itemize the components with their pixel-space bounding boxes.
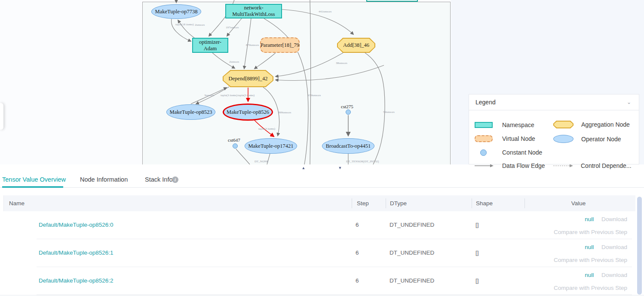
null-value-link[interactable]: null <box>585 244 594 250</box>
sidebar-collapse-handle[interactable] <box>0 103 3 130</box>
table-row: Default/MakeTuple-op8526:2 6 DT_UNDEFINE… <box>3 267 632 295</box>
edge-label: tuple(3 items) <box>258 127 275 131</box>
table-header: Name Step DType Shape Value <box>3 195 635 211</box>
node-cst647[interactable] <box>233 143 238 149</box>
cst647-label: cst647 <box>228 137 240 143</box>
column-separator <box>472 198 472 208</box>
legend-item-namespace: Namespace <box>475 122 534 128</box>
node-maketuple-op8523[interactable]: MakeTuple-op8523 <box>166 104 215 120</box>
tensor-name-link[interactable]: Default/MakeTuple-op8526:0 <box>39 222 113 228</box>
debugger-page: MakeTuple-op7738 network-MultiTaskWithLo… <box>0 0 644 298</box>
legend-label: Data Flow Edge <box>502 162 545 169</box>
node-label: Depend[8899]_42 <box>224 71 273 86</box>
edge-label: 2tensors <box>195 23 205 27</box>
control-dependency-swatch <box>553 164 573 168</box>
node-label: MakeTuple-op8523 <box>170 109 212 116</box>
arrow-down-icon: ▼ <box>338 166 342 170</box>
active-tab-underline <box>2 186 63 188</box>
edge-label: 59tensors <box>383 110 395 114</box>
download-link[interactable]: Download <box>601 244 627 250</box>
node-label: optimizer-Adam <box>193 39 227 52</box>
cst275-label: cst275 <box>341 104 353 109</box>
legend-item-operator: Operator Node <box>553 135 621 143</box>
compare-previous-step-link[interactable]: Compare with Previous Step <box>554 229 627 235</box>
edge-label: tuple(3 items) <box>221 94 237 97</box>
edge-label: tuple(18 items) <box>175 23 194 26</box>
node-add-38-46[interactable]: Add[38]_46 <box>337 38 375 53</box>
edge-label: 679tensors <box>308 94 321 97</box>
operator-node-swatch <box>553 135 573 143</box>
node-label: MakeTuple-op17421 <box>248 143 293 149</box>
node-label: MakeTuple-op8526 <box>227 109 269 116</box>
tab-node-information[interactable]: Node Information <box>80 176 128 183</box>
node-maketuple-op7738[interactable]: MakeTuple-op7738 <box>151 4 201 19</box>
node-optimizer-adam[interactable]: optimizer-Adam <box>192 38 228 53</box>
legend-item-dataflow: Data Flow Edge <box>475 162 545 169</box>
node-cst275[interactable] <box>346 109 351 115</box>
edge-label: 3tensors <box>204 94 214 97</box>
step-value: 6 <box>356 277 359 284</box>
chevron-down-icon[interactable]: ⌄ <box>627 99 631 105</box>
column-value: Value <box>524 195 632 211</box>
download-link[interactable]: Download <box>601 216 627 222</box>
shape-value: [] <box>475 277 479 284</box>
edge-label: 899tensors <box>278 111 291 114</box>
edge-label: DT_TENSOR[DT_INT32] <box>346 160 379 163</box>
edge-label: tuple(3 items) <box>238 94 255 97</box>
legend-label: Namespace <box>502 122 534 128</box>
legend-label: Constant Node <box>502 149 542 156</box>
node-maketuple-op17421[interactable]: MakeTuple-op17421 <box>245 138 297 154</box>
null-value-link[interactable]: null <box>585 272 594 278</box>
data-flow-edge-swatch <box>475 164 494 168</box>
collapse-panel-button[interactable]: ▼ <box>322 164 359 171</box>
legend-header[interactable]: Legend ⌄ <box>469 94 639 110</box>
compare-previous-step-link[interactable]: Compare with Previous Step <box>554 257 627 263</box>
null-value-link[interactable]: null <box>585 216 594 222</box>
column-separator <box>352 198 352 208</box>
info-icon[interactable]: i <box>172 176 178 183</box>
column-separator <box>386 198 386 208</box>
shape-value: [] <box>475 222 479 228</box>
legend-label: Control Depende... <box>581 162 632 169</box>
tab-stack-info[interactable]: Stack Info <box>145 176 172 183</box>
virtual-node-swatch <box>475 135 493 142</box>
edge-label: 2tensors <box>229 60 239 64</box>
step-value: 6 <box>356 222 359 228</box>
download-link[interactable]: Download <box>601 272 627 278</box>
node-label: BroadcastTo-op4451 <box>326 143 371 149</box>
node-broadcastto-op4451[interactable]: BroadcastTo-op4451 <box>322 138 374 154</box>
tab-tensor-value-overview[interactable]: Tensor Value Overview <box>2 176 66 183</box>
node-label: Add[38]_46 <box>338 39 374 52</box>
tensor-name-link[interactable]: Default/MakeTuple-op8526:1 <box>39 249 113 256</box>
node-network-multitaskwithloss[interactable]: network-MultiTaskWithLoss <box>225 4 282 18</box>
table-scrollbar-thumb[interactable] <box>637 197 642 295</box>
constant-node-swatch <box>480 149 487 156</box>
legend-label: Operator Node <box>581 136 621 143</box>
compare-previous-step-link[interactable]: Compare with Previous Step <box>554 285 627 291</box>
dtype-value: DT_UNDEFINED <box>389 222 434 228</box>
bottom-panel-tabs: Tensor Value Overview Node Information S… <box>0 172 644 188</box>
namespace-swatch <box>475 122 493 128</box>
node-label: Parameter[18]_79 <box>261 42 299 49</box>
legend-panel: Legend ⌄ Namespace Aggregation Node Virt… <box>469 94 639 164</box>
tensor-name-link[interactable]: Default/MakeTuple-op8526:2 <box>39 277 113 284</box>
column-shape: Shape <box>476 195 493 211</box>
column-dtype: DType <box>390 195 407 211</box>
node-label: MakeTuple-op7738 <box>155 9 198 15</box>
node-parameter-18-79[interactable]: Parameter[18]_79 <box>260 37 300 53</box>
dtype-value: DT_UNDEFINED <box>389 249 434 256</box>
edge-label: 197tensors <box>226 26 239 29</box>
legend-item-virtual: Virtual Node <box>475 135 535 142</box>
legend-item-control: Control Depende... <box>553 162 632 169</box>
edge-label: 879tensors <box>246 43 259 47</box>
table-row: Default/MakeTuple-op8526:0 6 DT_UNDEFINE… <box>3 211 632 239</box>
table-row: Default/MakeTuple-op8526:1 6 DT_UNDEFINE… <box>3 239 632 267</box>
node-maketuple-op8526-selected[interactable]: MakeTuple-op8526 <box>223 103 273 121</box>
column-step: Step <box>357 195 369 211</box>
column-name: Name <box>9 195 25 211</box>
graph-section: MakeTuple-op7738 network-MultiTaskWithLo… <box>0 0 644 164</box>
legend-item-aggregation: Aggregation Node <box>553 121 630 128</box>
dtype-value: DT_UNDEFINED <box>389 277 434 284</box>
node-depend-8899-42[interactable]: Depend[8899]_42 <box>223 70 273 87</box>
expand-panel-button[interactable]: ▲ <box>285 164 322 171</box>
